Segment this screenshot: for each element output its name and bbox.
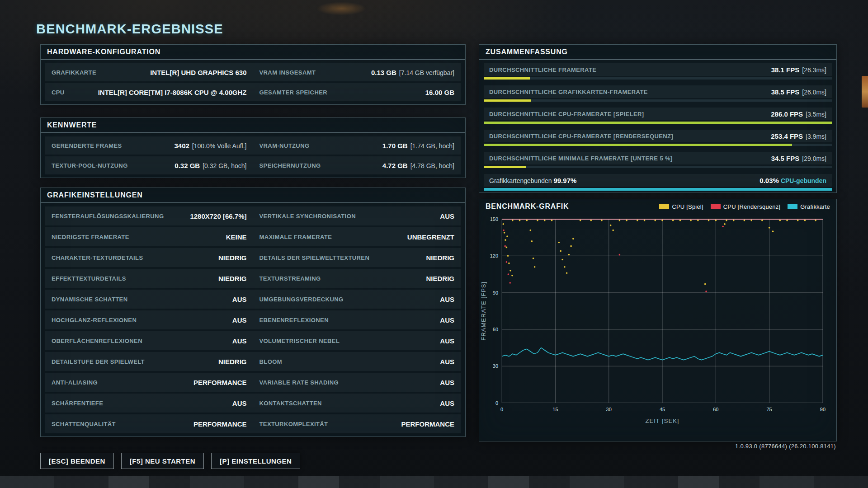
setting-label: UMGEBUNGSVERDECKUNG — [259, 296, 344, 303]
summary-value: 34.5 FPS — [771, 155, 800, 162]
hardware-value: INTEL[R] CORE[TM] I7-8086K CPU @ 4.00GHZ — [98, 89, 247, 96]
summary-value-note: [26.3ms] — [802, 66, 826, 74]
setting-label: KONTAKTSCHATTEN — [259, 400, 322, 407]
settings-row: SCHÄRFENTIEFEAUS KONTAKTSCHATTENAUS — [45, 394, 461, 413]
quit-button[interactable]: [ESC] BEENDEN — [40, 453, 114, 469]
metrics-label: TEXTUR-POOL-NUTZUNG — [52, 162, 128, 169]
summary-value-note: [3.9ms] — [806, 133, 826, 140]
graph-plot-area: 01530456075900306090120150ZEIT [SEK]FRAM… — [479, 214, 836, 441]
bound-bar-track — [484, 188, 832, 191]
setting-label: DETAILSTUFE DER SPIELWELT — [52, 358, 145, 365]
graphics-settings-panel: GRAFIKEINSTELLUNGEN FENSTERAUFLÖSUNGSSKA… — [40, 188, 466, 437]
summary-panel-header: ZUSAMMENFASSUNG — [479, 45, 836, 60]
metrics-label: SPEICHERNUTZUNG — [259, 162, 321, 169]
setting-value: AUS — [440, 379, 454, 386]
summary-bar-track — [484, 122, 832, 124]
footer-buttons: [ESC] BEENDEN [F5] NEU STARTEN [P] EINST… — [40, 453, 300, 469]
metrics-value: 1.70 GB — [382, 142, 408, 150]
summary-label: DURCHSCHNITTLICHE MINIMALE FRAMERATE [UN… — [489, 155, 673, 162]
svg-text:60: 60 — [493, 327, 498, 332]
summary-bar-fill — [484, 166, 526, 168]
settings-button[interactable]: [P] EINSTELLUNGEN — [211, 453, 300, 469]
hardware-label: VRAM INSGESAMT — [259, 69, 316, 76]
summary-value-note: [29.0ms] — [802, 155, 826, 162]
settings-row: NIEDRIGSTE FRAMERATEKEINE MAXIMALE FRAME… — [45, 227, 461, 246]
settings-panel-header: GRAFIKEINSTELLUNGEN — [41, 188, 465, 203]
setting-label: CHARAKTER-TEXTURDETAILS — [52, 254, 143, 261]
svg-text:60: 60 — [713, 407, 718, 412]
graph-panel-title: BENCHMARK-GRAFIK — [486, 202, 569, 211]
setting-value: AUS — [440, 337, 454, 345]
settings-row: DYNAMISCHE SCHATTENAUS UMGEBUNGSVERDECKU… — [45, 290, 461, 309]
hardware-row: CPU INTEL[R] CORE[TM] I7-8086K CPU @ 4.0… — [45, 83, 461, 101]
hardware-cell: GESAMTER SPEICHER 16.00 GB — [253, 89, 461, 96]
settings-row: OBERFLÄCHENREFLEXIONENAUS VOLUMETRISCHER… — [45, 331, 461, 350]
summary-panel-body: DURCHSCHNITTLICHE FRAMERATE 38.1 FPS[26.… — [479, 60, 836, 194]
metrics-row: GERENDERTE FRAMES 3402[100.0% Volle Aufl… — [45, 136, 461, 155]
settings-row: HOCHGLANZ-REFLEXIONENAUS EBENENREFLEXION… — [45, 310, 461, 329]
setting-value: AUS — [440, 316, 454, 324]
hardware-label: GRAFIKKARTE — [52, 69, 96, 76]
metrics-cell: GERENDERTE FRAMES 3402[100.0% Volle Aufl… — [45, 142, 253, 150]
summary-item: DURCHSCHNITTLICHE GRAFIKKARTEN-FRAMERATE… — [484, 85, 832, 102]
metrics-row: TEXTUR-POOL-NUTZUNG 0.32 GB[0.32 GB, hoc… — [45, 156, 461, 174]
hardware-cell: VRAM INSGESAMT 0.13 GB[7.14 GB verfügbar… — [253, 69, 461, 76]
setting-label: VARIABLE RATE SHADING — [259, 379, 339, 386]
settings-row: SCHATTENQUALITÄTPERFORMANCE TEXTURKOMPLE… — [45, 414, 461, 433]
svg-text:ZEIT [SEK]: ZEIT [SEK] — [646, 418, 679, 424]
setting-label: VERTIKALE SYNCHRONISATION — [259, 213, 356, 220]
setting-label: MAXIMALE FRAMERATE — [259, 234, 332, 240]
summary-bar-track — [484, 77, 832, 80]
legend-label-cpu-game: CPU [Spiel] — [672, 203, 703, 210]
summary-value: 38.1 FPS — [771, 66, 800, 74]
metrics-value-group: 0.32 GB[0.32 GB, hoch] — [175, 162, 246, 169]
setting-value: PERFORMANCE — [193, 420, 247, 428]
svg-text:75: 75 — [766, 407, 772, 412]
svg-text:45: 45 — [660, 407, 665, 412]
summary-value-group: 38.5 FPS[26.0ms] — [771, 88, 826, 96]
setting-value: NIEDRIG — [218, 254, 247, 262]
hardware-panel-body: GRAFIKKARTE INTEL[R] UHD GRAPHICS 630 VR… — [41, 60, 465, 105]
settings-row: ANTI-ALIASINGPERFORMANCE VARIABLE RATE S… — [45, 373, 461, 392]
setting-label: HOCHGLANZ-REFLEXIONEN — [52, 317, 137, 324]
metrics-value-group: 3402[100.0% Volle Aufl.] — [174, 142, 246, 150]
svg-text:0: 0 — [500, 407, 503, 412]
hardware-value-note: [7.14 GB verfügbar] — [399, 69, 454, 76]
summary-label: DURCHSCHNITTLICHE CPU-FRAMERATE [SPIELER… — [489, 111, 644, 117]
summary-value-group: 253.4 FPS[3.9ms] — [771, 132, 826, 140]
metrics-value-note: [4.78 GB, hoch] — [410, 162, 454, 169]
settings-row: CHARAKTER-TEXTURDETAILSNIEDRIG DETAILS D… — [45, 248, 461, 267]
setting-label: ANTI-ALIASING — [52, 379, 98, 386]
summary-item: DURCHSCHNITTLICHE FRAMERATE 38.1 FPS[26.… — [484, 63, 832, 80]
gpu-bound-value: 99.97% — [553, 177, 576, 184]
summary-item: DURCHSCHNITTLICHE CPU-FRAMERATE [RENDERS… — [484, 130, 832, 146]
metrics-value-note: [0.32 GB, hoch] — [203, 162, 246, 169]
setting-label: TEXTURSTREAMING — [259, 275, 321, 282]
legend-swatch-cpu-game — [659, 204, 669, 209]
summary-value-group: 34.5 FPS[29.0ms] — [771, 155, 826, 162]
setting-value: PERFORMANCE — [401, 420, 454, 428]
settings-row: DETAILSTUFE DER SPIELWELTNIEDRIG BLOOMAU… — [45, 352, 461, 371]
summary-value-group: 286.0 FPS[3.5ms] — [771, 110, 826, 118]
metrics-panel-title: KENNWERTE — [47, 121, 97, 129]
benchmark-chart: 01530456075900306090120150ZEIT [SEK]FRAM… — [479, 214, 836, 441]
setting-value: 1280X720 [66.7%] — [190, 212, 246, 220]
gpu-cpu-bound-row: Grafikkartengebunden 99.97% 0.03%CPU-geb… — [484, 174, 832, 191]
metrics-panel-body: GERENDERTE FRAMES 3402[100.0% Volle Aufl… — [41, 133, 465, 178]
summary-label: DURCHSCHNITTLICHE FRAMERATE — [489, 66, 596, 73]
background-glow — [316, 2, 366, 15]
hardware-panel-title: HARDWARE-KONFIGURATION — [47, 48, 160, 56]
summary-value-group: 38.1 FPS[26.3ms] — [771, 66, 826, 74]
benchmark-results-screen: BENCHMARK-ERGEBNISSE HARDWARE-KONFIGURAT… — [0, 0, 868, 488]
metrics-cell: SPEICHERNUTZUNG 4.72 GB[4.78 GB, hoch] — [253, 162, 461, 169]
setting-value: AUS — [440, 212, 454, 220]
metrics-label: VRAM-NUTZUNG — [259, 142, 310, 149]
metrics-value: 4.72 GB — [382, 162, 408, 169]
svg-text:30: 30 — [606, 407, 612, 412]
legend-item-cpu-game: CPU [Spiel] — [659, 203, 703, 210]
setting-label: DYNAMISCHE SCHATTEN — [52, 296, 127, 303]
restart-button[interactable]: [F5] NEU STARTEN — [121, 453, 204, 469]
hardware-cell: CPU INTEL[R] CORE[TM] I7-8086K CPU @ 4.0… — [45, 89, 253, 96]
setting-value: NIEDRIG — [218, 358, 247, 366]
setting-label: EBENENREFLEXIONEN — [259, 317, 329, 324]
